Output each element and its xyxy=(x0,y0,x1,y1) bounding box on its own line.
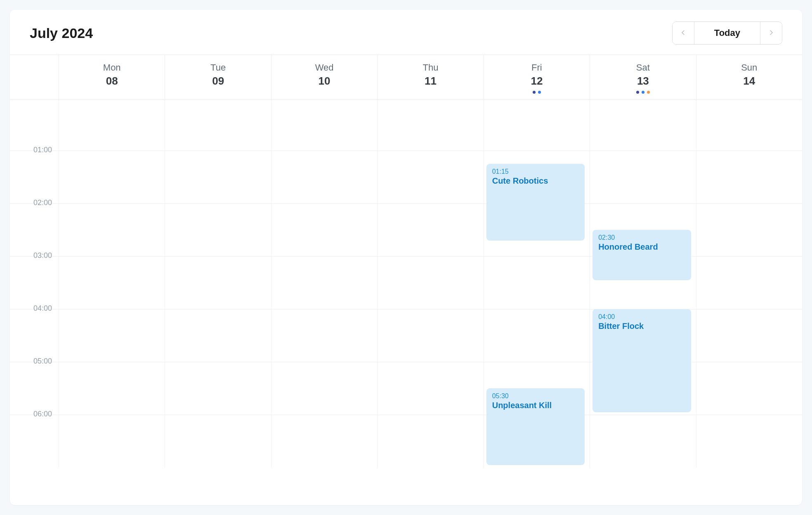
day-of-week: Sat xyxy=(593,62,692,73)
event-time: 01:15 xyxy=(492,168,579,175)
event-dots xyxy=(168,91,267,95)
day-column[interactable]: 01:15Cute Robotics05:30Unpleasant Kill xyxy=(484,98,590,468)
day-of-week: Thu xyxy=(381,62,480,73)
event-dots xyxy=(62,91,161,95)
day-column[interactable] xyxy=(271,98,377,468)
day-column[interactable] xyxy=(377,98,483,468)
day-of-week: Mon xyxy=(62,62,161,73)
day-header[interactable]: Thu11 xyxy=(377,55,483,99)
event-title: Honored Beard xyxy=(598,242,685,252)
time-label: 03:00 xyxy=(10,251,59,304)
event-time: 05:30 xyxy=(492,392,579,400)
event-title: Unpleasant Kill xyxy=(492,401,579,410)
time-label: 04:00 xyxy=(10,304,59,357)
day-header[interactable]: Fri12 xyxy=(484,55,590,99)
event-dots xyxy=(593,91,692,95)
calendar-event[interactable]: 04:00Bitter Flock xyxy=(592,309,691,412)
calendar-event[interactable]: 05:30Unpleasant Kill xyxy=(486,388,585,465)
day-header[interactable]: Sun14 xyxy=(696,55,802,99)
time-label: 06:00 xyxy=(10,410,59,463)
event-dots xyxy=(487,91,586,95)
day-header[interactable]: Sat13 xyxy=(590,55,696,99)
day-of-week: Tue xyxy=(168,62,267,73)
event-title: Cute Robotics xyxy=(492,176,579,186)
calendar-event[interactable]: 02:30Honored Beard xyxy=(592,230,691,280)
day-column[interactable]: 02:30Honored Beard04:00Bitter Flock xyxy=(590,98,696,468)
next-button[interactable] xyxy=(760,22,782,44)
day-number: 08 xyxy=(62,75,161,87)
day-header[interactable]: Tue09 xyxy=(165,55,271,99)
event-dot xyxy=(647,91,650,94)
event-time: 02:30 xyxy=(598,234,685,241)
day-header[interactable]: Wed10 xyxy=(271,55,377,99)
day-number: 12 xyxy=(487,75,586,87)
day-column[interactable] xyxy=(59,98,165,468)
event-dots xyxy=(381,91,480,95)
day-number: 14 xyxy=(700,75,799,87)
chevron-left-icon xyxy=(680,29,687,38)
chevron-right-icon xyxy=(767,29,775,38)
calendar-event[interactable]: 01:15Cute Robotics xyxy=(486,164,585,241)
day-of-week: Sun xyxy=(700,62,799,73)
event-time: 04:00 xyxy=(598,313,685,321)
day-number: 10 xyxy=(275,75,374,87)
day-of-week: Fri xyxy=(487,62,586,73)
day-column[interactable] xyxy=(165,98,271,468)
event-title: Bitter Flock xyxy=(598,321,685,331)
time-label: 05:00 xyxy=(10,357,59,410)
today-button[interactable]: Today xyxy=(694,22,760,44)
event-dot xyxy=(642,91,644,94)
event-dots xyxy=(275,91,374,95)
time-grid: 00:0001:0002:0003:0004:0005:0006:0001:15… xyxy=(10,98,802,505)
time-label: 02:00 xyxy=(10,198,59,251)
event-dot xyxy=(533,91,536,94)
event-dots xyxy=(700,91,799,95)
date-nav-group: Today xyxy=(672,21,782,45)
day-header-row: Mon08Tue09Wed10Thu11Fri12Sat13Sun14 xyxy=(10,55,802,99)
time-label: 00:00 xyxy=(10,98,59,146)
month-title: July 2024 xyxy=(30,25,93,41)
day-header[interactable]: Mon08 xyxy=(59,55,165,99)
day-number: 09 xyxy=(168,75,267,87)
day-of-week: Wed xyxy=(275,62,374,73)
event-dot xyxy=(538,91,541,94)
day-number: 11 xyxy=(381,75,480,87)
calendar-header: July 2024 Today xyxy=(10,10,802,54)
day-number: 13 xyxy=(593,75,692,87)
calendar-grid: Mon08Tue09Wed10Thu11Fri12Sat13Sun14 00:0… xyxy=(10,54,802,505)
gutter-header xyxy=(10,55,59,99)
prev-button[interactable] xyxy=(673,22,694,44)
event-dot xyxy=(636,91,639,94)
calendar-container: July 2024 Today Mon08Tue09Wed10Thu11Fri1… xyxy=(10,10,802,505)
day-column[interactable] xyxy=(696,98,802,468)
time-label: 01:00 xyxy=(10,146,59,198)
